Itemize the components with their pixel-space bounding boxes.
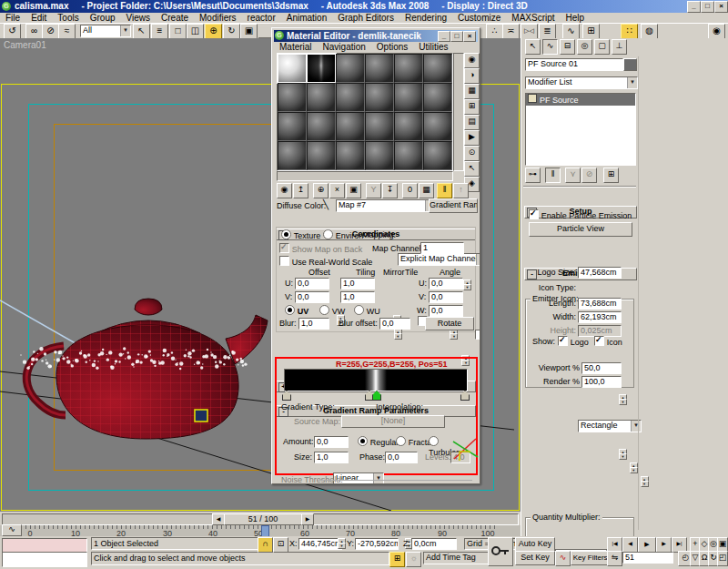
- put-to-library-icon[interactable]: ↧: [382, 183, 398, 198]
- z-coordinate-field[interactable]: 0,0cm: [411, 538, 457, 550]
- window-close-button[interactable]: ×: [714, 1, 728, 13]
- video-color-check-icon[interactable]: ▤: [464, 115, 480, 130]
- use-real-world-scale-checkbox[interactable]: Use Real-World Scale: [279, 256, 372, 267]
- reset-map-icon[interactable]: ×: [329, 183, 345, 198]
- sample-slot[interactable]: [336, 112, 365, 141]
- rotate-button[interactable]: Rotate: [425, 317, 474, 330]
- v-tiling-field[interactable]: 1,0: [340, 291, 375, 303]
- sample-slot[interactable]: [365, 112, 394, 141]
- material-id-channel-icon[interactable]: 0: [402, 183, 418, 198]
- map-channel-field[interactable]: 1: [420, 242, 464, 254]
- set-key-button[interactable]: Set Key: [515, 551, 555, 565]
- object-color-swatch[interactable]: [623, 58, 637, 71]
- menu-rendering[interactable]: Rendering: [399, 13, 452, 23]
- sample-horizontal-scrollbar[interactable]: [277, 171, 453, 181]
- eyedropper-icon[interactable]: ╲: [323, 199, 329, 209]
- menu-file[interactable]: File: [0, 13, 25, 23]
- open-mini-curve-editor-icon[interactable]: ∿: [2, 524, 22, 536]
- v-angle-field[interactable]: 0,0: [429, 291, 463, 303]
- tab-create[interactable]: ↖: [525, 39, 541, 55]
- go-to-parent-icon[interactable]: ↑: [453, 183, 469, 198]
- map-type-button[interactable]: Gradient Ramp: [429, 198, 478, 213]
- selection-lock-icon[interactable]: ∩: [258, 537, 273, 553]
- vw-radio[interactable]: VW: [319, 305, 345, 316]
- show-icon-checkbox[interactable]: Icon: [594, 336, 622, 347]
- time-slider-thumb[interactable]: 51 / 100: [224, 513, 302, 525]
- v-offset-spinner[interactable]: [394, 329, 402, 340]
- make-unique-stack-icon[interactable]: ⋎: [565, 168, 581, 183]
- mapping-dropdown[interactable]: Explicit Map Channel: [398, 253, 480, 266]
- noise-amount-field[interactable]: 0,0: [314, 436, 349, 448]
- tab-motion[interactable]: ◎: [577, 39, 592, 55]
- make-material-copy-icon[interactable]: ▣: [346, 183, 361, 198]
- menu-create[interactable]: Create: [156, 13, 194, 23]
- selection-filter-dropdown[interactable]: All: [80, 25, 131, 37]
- modifier-stack[interactable]: PF Source: [525, 93, 636, 166]
- tab-hierarchy[interactable]: ⊟: [560, 39, 575, 55]
- object-name-field[interactable]: PF Source 01: [525, 58, 623, 71]
- sample-slot[interactable]: [307, 141, 336, 170]
- me-menu-utilities[interactable]: Utilities: [413, 42, 453, 52]
- sample-slot[interactable]: [394, 54, 423, 83]
- time-slider-prev-icon[interactable]: ◀: [212, 513, 225, 525]
- tab-modify[interactable]: ∿: [542, 39, 558, 55]
- modifier-list-dropdown[interactable]: Modifier List: [525, 76, 638, 89]
- toggle-set-key-mode-button[interactable]: [488, 537, 513, 566]
- sample-slot[interactable]: [307, 83, 336, 112]
- w-angle-field[interactable]: 0,0: [429, 305, 463, 317]
- material-editor-title-bar[interactable]: G Material Editor - demlik-tanecik _ □ ×: [274, 30, 478, 42]
- particle-view-button[interactable]: Particle View: [529, 222, 632, 237]
- menu-modifiers[interactable]: Modifiers: [194, 13, 242, 23]
- environ-radio[interactable]: Environ: [323, 229, 363, 240]
- sample-slot[interactable]: [394, 141, 423, 170]
- configure-modifier-sets-icon[interactable]: ⊞: [603, 168, 619, 183]
- sample-slot[interactable]: [278, 141, 307, 170]
- auto-key-button[interactable]: Auto Key: [515, 537, 555, 552]
- window-restore-button[interactable]: □: [701, 1, 714, 13]
- absolute-offset-mode-icon[interactable]: ⊡: [273, 537, 288, 553]
- menu-graph-editors[interactable]: Graph Editors: [332, 13, 399, 23]
- make-unique-icon[interactable]: Y: [366, 183, 381, 198]
- background-icon[interactable]: ▦: [464, 84, 480, 99]
- wu-radio[interactable]: WU: [354, 305, 380, 316]
- sample-slot[interactable]: [365, 83, 394, 112]
- logo-size-field[interactable]: 47,568cm: [578, 267, 622, 279]
- length-spinner[interactable]: [619, 449, 627, 460]
- menu-maxscript[interactable]: MAXScript: [506, 13, 560, 23]
- viewport-pct-field[interactable]: 50,0: [581, 362, 622, 374]
- sample-slot[interactable]: [423, 83, 452, 112]
- y-coordinate-field[interactable]: -270,592cm: [355, 538, 399, 550]
- sample-slot[interactable]: [423, 141, 452, 170]
- sample-slot[interactable]: [278, 83, 307, 112]
- show-end-result-icon[interactable]: ‖: [437, 183, 452, 198]
- me-menu-material[interactable]: Material: [274, 42, 318, 52]
- me-menu-options[interactable]: Options: [371, 42, 413, 52]
- sample-vertical-scrollbar[interactable]: [453, 53, 464, 171]
- tab-utilities[interactable]: ⊥: [612, 39, 627, 55]
- texture-radio[interactable]: Texture: [281, 229, 320, 240]
- map-slot-dropdown[interactable]: Map #7: [336, 199, 436, 212]
- make-preview-icon[interactable]: ▶: [464, 130, 480, 146]
- menu-group[interactable]: Group: [85, 13, 121, 23]
- u-angle-field[interactable]: 0,0: [429, 278, 463, 290]
- sample-slot[interactable]: [394, 83, 423, 112]
- play-animation-icon[interactable]: ▶: [638, 537, 656, 553]
- sample-slot[interactable]: [423, 54, 452, 83]
- length-field[interactable]: 73,688cm: [578, 298, 622, 310]
- width-field[interactable]: 62,193cm: [578, 311, 622, 323]
- v-offset-field[interactable]: 0,0: [295, 291, 329, 303]
- sample-slot[interactable]: [336, 83, 365, 112]
- pin-stack-icon[interactable]: ⊶: [525, 168, 541, 183]
- remove-modifier-icon[interactable]: ⊘: [581, 168, 597, 183]
- menu-customize[interactable]: Customize: [452, 13, 506, 23]
- material-editor-options-icon[interactable]: ⊙: [464, 146, 480, 161]
- key-mode-toggle-icon[interactable]: ⇋: [607, 551, 622, 566]
- current-frame-field[interactable]: 51: [622, 552, 673, 564]
- menu-views[interactable]: Views: [121, 13, 157, 23]
- blur-field[interactable]: 1,0: [298, 318, 329, 330]
- icon-type-dropdown[interactable]: Rectangle: [578, 420, 642, 432]
- regular-radio[interactable]: Regular: [358, 436, 399, 447]
- sample-slot[interactable]: [278, 112, 307, 141]
- sample-slot[interactable]: [423, 112, 452, 141]
- cube-icon[interactable]: ⊞: [389, 552, 405, 567]
